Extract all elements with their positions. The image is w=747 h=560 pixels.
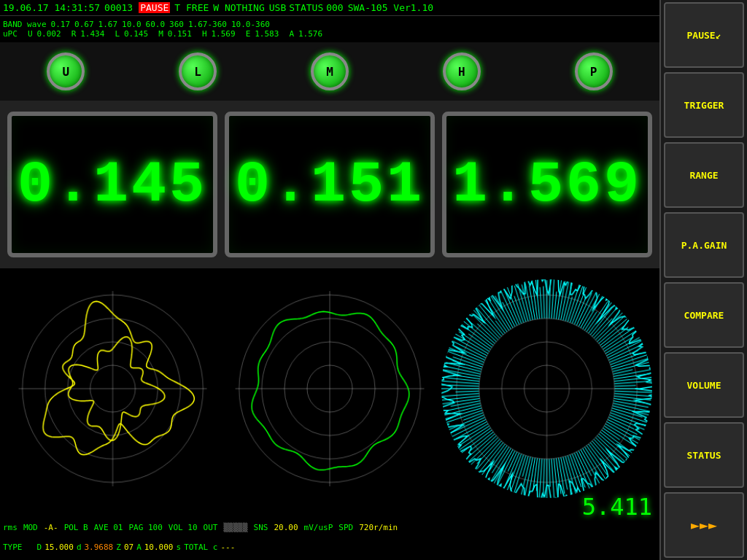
- band-detail: BAND wave 0.17 0.67 1.67 10.0 60.0 360 1…: [0, 16, 659, 42]
- scope-cyan: [441, 279, 652, 498]
- scope-yellow: [7, 279, 218, 498]
- scope-yellow-canvas: [7, 279, 218, 498]
- upc-r-val: 1.434: [80, 29, 104, 39]
- scope-green-canvas: [224, 279, 435, 498]
- band-val-6: 360: [169, 20, 184, 29]
- main-area: BAND wave 0.17 0.67 1.67 10.0 60.0 360 1…: [0, 0, 659, 560]
- a-val: 10.000: [144, 542, 174, 552]
- upc-a-val: 1.576: [298, 29, 322, 39]
- display-l: 0.145: [7, 112, 217, 257]
- total-label: TOTAL c: [184, 542, 217, 552]
- upc-a-label: A: [289, 29, 294, 39]
- rms-label: rms: [3, 523, 18, 532]
- ave-label: AVE 01: [94, 523, 123, 532]
- out-label: OUT: [204, 523, 218, 532]
- upc-u-val: 0.002: [37, 29, 61, 39]
- upc-u-label: U: [28, 29, 33, 39]
- band-label: BAND wave: [3, 20, 47, 29]
- knob-u-container: U: [47, 52, 85, 90]
- sns-label: SNS: [254, 523, 268, 532]
- type-label: TYPE: [3, 542, 23, 552]
- scope-green: [224, 279, 435, 498]
- upc-e-val: 1.583: [255, 29, 279, 39]
- knob-p[interactable]: P: [575, 52, 613, 90]
- display-m-value: 0.151: [235, 152, 425, 218]
- mod-label: MOD: [23, 523, 38, 532]
- band-line: BAND wave 0.17 0.67 1.67 10.0 60.0 360 1…: [3, 20, 657, 29]
- knob-m-container: M: [311, 52, 349, 90]
- compare-button[interactable]: COMPARE: [664, 282, 744, 348]
- a-label: A: [136, 542, 142, 552]
- display-m: 0.151: [225, 112, 435, 257]
- s-label: s: [177, 542, 182, 552]
- right-panel: PAUSE↙ TRIGGER RANGE P.A.GAIN COMPARE VO…: [659, 0, 747, 560]
- knob-h-container: H: [443, 52, 481, 90]
- knob-p-container: P: [575, 52, 613, 90]
- z-val: 07: [124, 542, 133, 552]
- bottom-bar-2: TYPE D 15.000 d 3.9688 Z 07 A 10.000 s T…: [0, 534, 659, 560]
- bottom-bar-1: rms MOD -A- POL B AVE 01 PAG 100 VOL 10 …: [0, 521, 659, 534]
- pa-gain-button[interactable]: P.A.GAIN: [664, 212, 744, 278]
- d-val: 15.000: [44, 542, 74, 552]
- out-val: ▒▒▒▒▒: [223, 523, 247, 532]
- band-val-4: 10.0: [122, 20, 142, 29]
- displays-row: 0.145 0.151 1.569: [0, 101, 659, 268]
- z-label: Z: [116, 542, 121, 552]
- knob-h[interactable]: H: [443, 52, 481, 90]
- mod-val: -A-: [44, 523, 58, 532]
- display-h-value: 1.569: [452, 152, 642, 218]
- range-button[interactable]: RANGE: [664, 142, 744, 208]
- band-val-5: 60.0: [146, 20, 166, 29]
- upc-m-label: M: [158, 29, 163, 39]
- scopes-row: [0, 268, 659, 509]
- upc-m-val: 0.151: [168, 29, 192, 39]
- band-val-8: 10.0-360: [231, 20, 270, 29]
- knob-u[interactable]: U: [47, 52, 85, 90]
- band-val-2: 0.67: [74, 20, 94, 29]
- upc-h-label: H: [202, 29, 207, 39]
- scope-cyan-canvas: [441, 279, 652, 498]
- vol-label: VOL 10: [169, 523, 198, 532]
- d-label: D: [37, 542, 42, 552]
- total-val: ---: [220, 542, 235, 552]
- spd-label: SPD: [338, 523, 353, 532]
- knob-l[interactable]: L: [179, 52, 217, 90]
- upc-l-label: L: [115, 29, 120, 39]
- upc-r-label: R: [71, 29, 77, 39]
- upc-e-label: E: [246, 29, 251, 39]
- knob-l-container: L: [179, 52, 217, 90]
- knob-m[interactable]: M: [311, 52, 349, 90]
- big-value: 5.411: [582, 493, 652, 521]
- upc-h-val: 1.569: [212, 29, 236, 39]
- trigger-button[interactable]: TRIGGER: [664, 72, 744, 138]
- arrows-button[interactable]: ►►►: [664, 492, 744, 558]
- band-val-3: 1.67: [98, 20, 118, 29]
- pol-label: POL B: [64, 523, 88, 532]
- band-val-1: 0.17: [51, 20, 71, 29]
- status-button[interactable]: STATUS: [664, 422, 744, 488]
- pause-button[interactable]: PAUSE↙: [664, 2, 744, 68]
- band-val-7: 1.67-360: [188, 20, 227, 29]
- upc-label: uPC: [3, 29, 18, 39]
- sns-unit: mV/usP: [304, 523, 333, 532]
- pag-label: PAG 100: [129, 523, 163, 532]
- d2-val: 3.9688: [85, 542, 114, 552]
- display-h: 1.569: [442, 112, 652, 257]
- upc-l-val: 0.145: [124, 29, 148, 39]
- volume-button[interactable]: VOLUME: [664, 352, 744, 418]
- display-l-value: 0.145: [18, 152, 207, 218]
- knobs-row: U L M H P: [0, 42, 659, 101]
- upc-line: uPC U 0.002 R 1.434 L 0.145 M 0.151 H 1.…: [3, 29, 657, 39]
- d2-label: d: [77, 542, 82, 552]
- sns-val: 20.00: [274, 523, 298, 532]
- spd-val: 720r/min: [359, 523, 398, 532]
